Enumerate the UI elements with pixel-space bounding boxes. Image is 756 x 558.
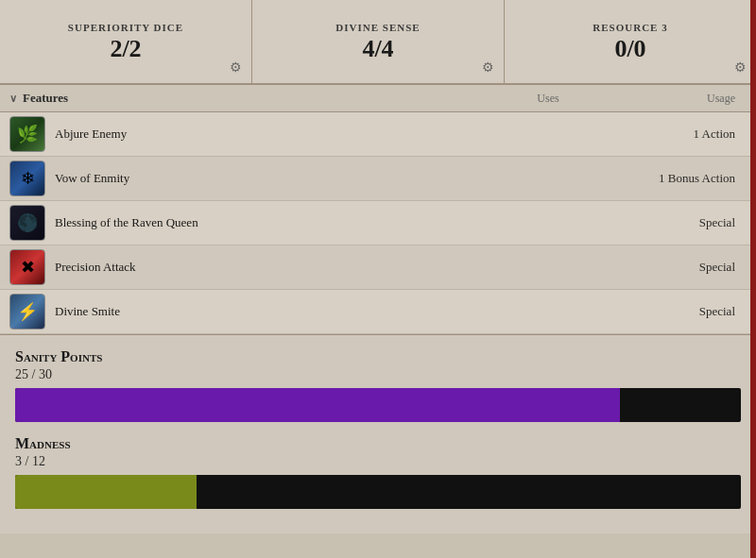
- sanity-value: 25 / 30: [15, 367, 741, 382]
- feature-icon-glyph: ❄: [21, 168, 35, 189]
- feature-icon: ⚡: [9, 294, 45, 330]
- resource-superiority-dice: Superiority Dice 2/2 ⚙: [0, 0, 252, 83]
- madness-bar-fill: [15, 475, 197, 509]
- madness-group: Madness 3 / 12: [15, 435, 741, 509]
- feature-icon: ✖: [9, 249, 45, 285]
- resource-3-gear[interactable]: ⚙: [734, 59, 747, 76]
- feature-usage: 1 Bonus Action: [595, 171, 747, 186]
- feature-usage: Special: [595, 260, 747, 275]
- madness-value: 3 / 12: [15, 454, 741, 469]
- feature-row[interactable]: ❄ Vow of Enmity 1 Bonus Action: [0, 157, 756, 201]
- feature-icon: 🌑: [9, 205, 45, 241]
- resource-superiority-dice-value: 2/2: [110, 37, 141, 61]
- feature-name: Divine Smite: [55, 304, 501, 319]
- feature-usage: Special: [595, 215, 747, 230]
- resource-divine-sense-title: Divine Sense: [335, 22, 420, 33]
- resource-3-value: 0/0: [614, 37, 645, 61]
- features-collapse-chevron[interactable]: ∨: [9, 93, 17, 105]
- resource-3: Resource 3 0/0 ⚙: [505, 0, 756, 83]
- resource-divine-sense: Divine Sense 4/4 ⚙: [252, 0, 505, 83]
- feature-icon-glyph: 🌑: [17, 212, 38, 233]
- sanity-bar-fill: [15, 388, 620, 422]
- resource-divine-sense-gear[interactable]: ⚙: [482, 59, 494, 76]
- feature-icon: ❄: [9, 161, 45, 196]
- feature-icon-glyph: ⚡: [17, 301, 38, 322]
- feature-name: Blessing of the Raven Queen: [55, 215, 501, 230]
- features-col-uses: Uses: [501, 92, 595, 106]
- feature-usage: Special: [595, 304, 747, 319]
- resource-3-title: Resource 3: [593, 22, 667, 33]
- features-title-text: Features: [23, 91, 68, 106]
- features-section: ∨ Features Uses Usage 🌿 Abjure Enemy 1 A…: [0, 85, 756, 335]
- feature-row[interactable]: 🌿 Abjure Enemy 1 Action: [0, 112, 756, 157]
- stats-section: Sanity Points 25 / 30 Madness 3 / 12: [0, 335, 756, 533]
- feature-name: Vow of Enmity: [55, 171, 501, 186]
- resource-divine-sense-value: 4/4: [362, 37, 393, 61]
- feature-row[interactable]: ⚡ Divine Smite Special: [0, 290, 756, 334]
- feature-icon-glyph: ✖: [21, 257, 35, 278]
- feature-row[interactable]: ✖ Precision Attack Special: [0, 245, 756, 290]
- features-section-title[interactable]: ∨ Features: [9, 91, 501, 106]
- features-header: ∨ Features Uses Usage: [0, 85, 756, 112]
- madness-label: Madness: [15, 435, 741, 452]
- feature-icon: 🌿: [9, 116, 45, 152]
- feature-usage: 1 Action: [595, 127, 747, 142]
- feature-name: Abjure Enemy: [55, 127, 501, 142]
- feature-icon-glyph: 🌿: [17, 124, 38, 144]
- sanity-bar-track: [15, 388, 741, 422]
- resources-bar: Superiority Dice 2/2 ⚙ Divine Sense 4/4 …: [0, 0, 756, 85]
- resource-superiority-dice-title: Superiority Dice: [68, 22, 183, 33]
- features-list: 🌿 Abjure Enemy 1 Action ❄ Vow of Enmity …: [0, 112, 756, 334]
- sanity-label: Sanity Points: [15, 348, 741, 365]
- madness-bar-track: [15, 475, 741, 509]
- feature-row[interactable]: 🌑 Blessing of the Raven Queen Special: [0, 201, 756, 245]
- features-col-usage: Usage: [595, 92, 747, 106]
- feature-name: Precision Attack: [55, 260, 501, 275]
- resource-superiority-dice-gear[interactable]: ⚙: [230, 59, 242, 76]
- sanity-group: Sanity Points 25 / 30: [15, 348, 741, 422]
